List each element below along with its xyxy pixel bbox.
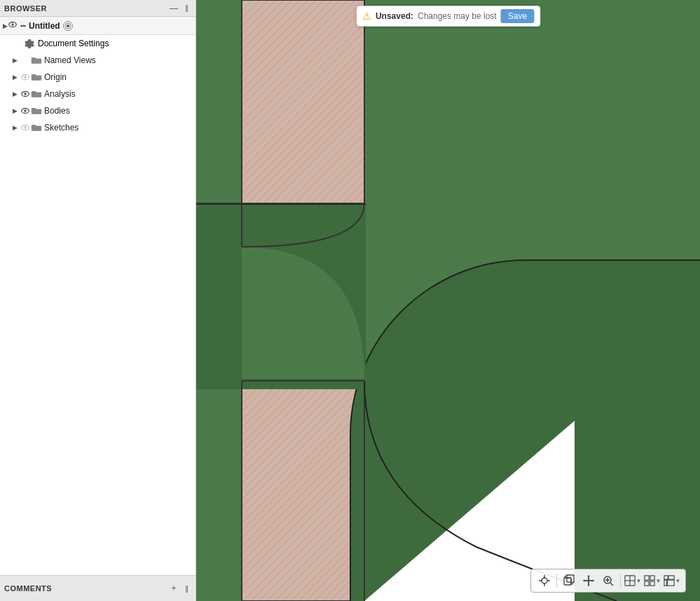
eye-icon-bodies[interactable]	[20, 105, 31, 116]
zoom-fit-btn[interactable]	[599, 572, 617, 590]
svg-point-9	[24, 109, 27, 112]
browser-collapse-btn[interactable]: —	[169, 4, 179, 13]
warning-icon: ⚠	[362, 11, 371, 22]
svg-rect-38	[650, 581, 654, 586]
svg-point-18	[542, 578, 547, 583]
eye-icon-sketches[interactable]	[20, 122, 31, 133]
folder-icon-bodies	[31, 105, 42, 116]
folder-icon-origin	[31, 72, 42, 83]
pan-tool-btn[interactable]	[579, 572, 598, 590]
expand-arrow-origin[interactable]: ▶	[10, 72, 20, 82]
doc-type-box	[20, 25, 26, 27]
svg-point-11	[24, 126, 27, 129]
svg-rect-35	[644, 576, 648, 580]
browser-pin-btn[interactable]: ||	[181, 4, 191, 13]
eye-icon-analysis[interactable]	[20, 88, 31, 100]
eye-icon-untitled[interactable]	[8, 20, 18, 32]
folder-icon-named-views	[31, 55, 42, 66]
bodies-label: Bodies	[44, 106, 70, 116]
tree-item-untitled[interactable]: ▶ Untitled	[0, 17, 195, 35]
notification-message: Changes may be lost	[418, 11, 497, 21]
bottom-toolbar: ▼ ▼ ▼	[530, 569, 686, 593]
tree-item-named-views[interactable]: ▶ Named Views	[0, 52, 195, 69]
expand-arrow-named-views[interactable]: ▶	[10, 55, 20, 65]
save-button[interactable]: Save	[501, 9, 534, 23]
dropdown-arrow-1: ▼	[636, 578, 642, 584]
svg-point-5	[24, 76, 27, 79]
svg-rect-23	[564, 578, 571, 585]
comments-panel: COMMENTS + ||	[0, 575, 196, 601]
analysis-label: Analysis	[44, 89, 76, 99]
expand-arrow-sketches[interactable]: ▶	[10, 123, 20, 133]
dropdown-arrow-3: ▼	[675, 578, 681, 584]
comments-title: COMMENTS	[4, 584, 52, 593]
expand-arrow-untitled[interactable]: ▶	[3, 22, 8, 29]
toolbar-sep-1	[556, 574, 557, 588]
svg-point-7	[24, 93, 27, 95]
svg-point-1	[11, 23, 14, 26]
svg-rect-39	[664, 576, 667, 579]
svg-line-29	[610, 583, 613, 586]
tree-item-sketches[interactable]: ▶ Sketches	[0, 119, 195, 136]
svg-rect-42	[667, 580, 674, 586]
display-settings-btn[interactable]: ▼	[663, 572, 681, 590]
sketches-label: Sketches	[44, 123, 78, 133]
dropdown-arrow-2: ▼	[656, 578, 661, 584]
green-left-section	[196, 203, 366, 389]
view-cube-btn[interactable]	[560, 572, 578, 590]
named-views-label: Named Views	[44, 55, 96, 65]
expand-arrow-analysis[interactable]: ▶	[10, 89, 20, 99]
folder-icon-sketches	[31, 122, 42, 133]
notification-label: Unsaved:	[376, 11, 413, 21]
doc-circle-btn[interactable]	[63, 21, 73, 31]
svg-rect-40	[668, 576, 674, 579]
transform-tool-btn[interactable]	[535, 572, 554, 590]
tree-item-document-settings[interactable]: ▶ Document Settings	[0, 35, 195, 52]
tree-item-analysis[interactable]: ▶ Analysis	[0, 86, 195, 102]
tree-item-origin[interactable]: ▶ Origin	[0, 69, 195, 86]
comments-pin-btn[interactable]: ||	[181, 583, 191, 593]
grid-view-btn[interactable]: ▼	[643, 572, 661, 590]
svg-rect-36	[650, 576, 654, 580]
svg-rect-37	[644, 581, 648, 586]
viewport[interactable]: ⚠ Unsaved: Changes may be lost Save	[196, 0, 700, 601]
browser-header: BROWSER — ||	[0, 0, 195, 17]
comments-add-btn[interactable]: +	[169, 583, 179, 593]
notification-bar: ⚠ Unsaved: Changes may be lost Save	[356, 6, 540, 27]
tree-item-bodies[interactable]: ▶ Bodies	[0, 102, 195, 119]
browser-title: BROWSER	[4, 4, 47, 13]
svg-rect-41	[664, 580, 666, 586]
browser-panel: BROWSER — || ▶ Untitled ▶	[0, 0, 196, 575]
browser-controls: — ||	[169, 4, 191, 13]
expand-arrow-bodies[interactable]: ▶	[10, 106, 20, 116]
gear-icon-doc-settings	[24, 38, 35, 49]
doc-name-label: Untitled	[29, 21, 60, 31]
toolbar-sep-2	[620, 574, 621, 588]
svg-point-3	[67, 25, 69, 27]
hatched-rect-bottom	[242, 381, 364, 601]
origin-label: Origin	[44, 72, 67, 82]
doc-settings-label: Document Settings	[38, 39, 109, 48]
comments-controls: + ||	[169, 583, 191, 593]
view-settings-btn-1[interactable]: ▼	[624, 572, 642, 590]
eye-icon-origin[interactable]	[20, 72, 31, 83]
folder-icon-analysis	[31, 88, 42, 100]
